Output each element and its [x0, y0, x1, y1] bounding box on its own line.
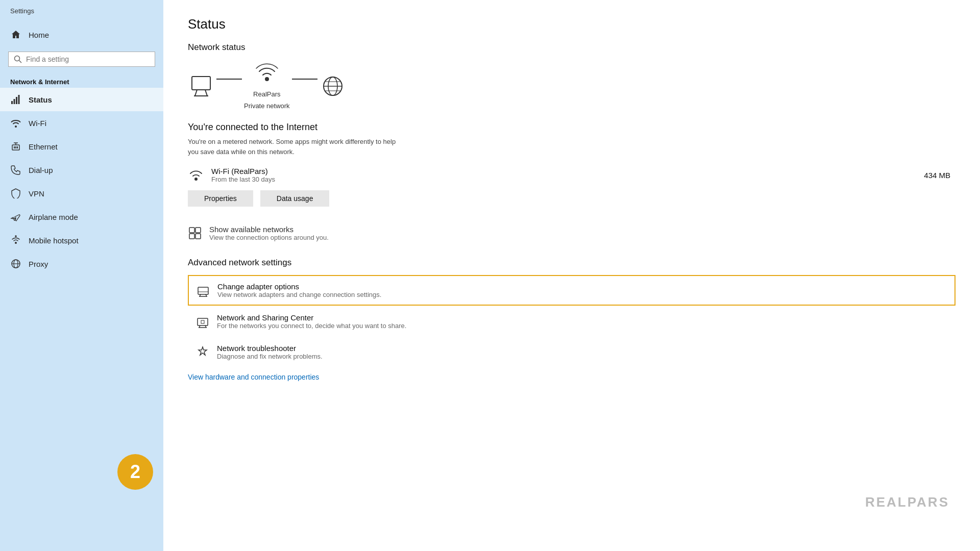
search-box[interactable] — [8, 52, 155, 67]
svg-rect-3 — [14, 99, 15, 104]
hardware-properties-link[interactable]: View hardware and connection properties — [188, 373, 319, 381]
globe-icon — [320, 74, 346, 98]
svg-rect-31 — [198, 287, 208, 294]
watermark: REALPARS — [865, 494, 949, 510]
troubleshooter-icon — [195, 345, 210, 359]
home-icon — [10, 29, 21, 40]
change-adapter-item[interactable]: Change adapter options View network adap… — [188, 275, 955, 306]
svg-line-1 — [19, 61, 22, 63]
globe-icon-item — [320, 74, 346, 98]
sharing-center-item[interactable]: Network and Sharing Center For the netwo… — [188, 307, 955, 336]
change-adapter-text: Change adapter options View network adap… — [217, 282, 947, 298]
diagram-line-1 — [216, 79, 242, 80]
svg-rect-4 — [16, 97, 17, 104]
sidebar-item-ethernet[interactable]: Ethernet — [0, 135, 163, 158]
sharing-center-title: Network and Sharing Center — [217, 313, 948, 322]
ethernet-icon — [10, 141, 21, 152]
svg-rect-28 — [195, 228, 201, 233]
show-networks-item[interactable]: Show available networks View the connect… — [188, 221, 955, 245]
svg-point-12 — [15, 242, 17, 244]
adapter-icon — [196, 283, 210, 297]
properties-button[interactable]: Properties — [188, 190, 253, 207]
svg-point-0 — [15, 56, 20, 61]
wifi-icon — [10, 117, 21, 129]
sidebar-item-wifi[interactable]: Wi-Fi — [0, 111, 163, 135]
sharing-center-sub: For the networks you connect to, decide … — [217, 322, 948, 330]
svg-rect-2 — [11, 101, 13, 104]
home-label: Home — [29, 31, 49, 39]
svg-rect-5 — [18, 95, 20, 104]
airplane-icon — [10, 211, 21, 222]
show-networks-sub: View the connection options around you. — [209, 234, 329, 241]
phone-icon — [10, 164, 21, 176]
troubleshooter-item[interactable]: Network troubleshooter Diagnose and fix … — [188, 337, 955, 367]
svg-rect-30 — [195, 234, 201, 239]
computer-icon — [188, 74, 214, 98]
svg-rect-11 — [17, 146, 18, 148]
wifi-name: Wi-Fi (RealPars) — [211, 167, 917, 176]
sidebar-item-proxy[interactable]: Proxy — [0, 252, 163, 276]
svg-rect-18 — [192, 77, 210, 90]
troubleshooter-sub: Diagnose and fix network problems. — [217, 353, 948, 360]
wifi-row-icon — [188, 168, 204, 182]
sidebar-item-label-wifi: Wi-Fi — [29, 119, 46, 128]
main-content: Status Network status RealPars Private n… — [163, 0, 980, 551]
networks-icon — [188, 226, 202, 240]
action-buttons: Properties Data usage — [188, 190, 955, 207]
network-type: Private network — [244, 102, 290, 110]
show-networks-title: Show available networks — [209, 225, 329, 234]
sharing-icon — [195, 314, 210, 329]
search-input[interactable] — [26, 55, 150, 63]
network-status-title: Network status — [188, 42, 955, 53]
home-nav-item[interactable]: Home — [0, 22, 163, 47]
svg-line-20 — [205, 90, 207, 96]
sidebar-item-vpn[interactable]: VPN — [0, 182, 163, 205]
svg-rect-29 — [189, 234, 194, 239]
svg-point-26 — [194, 178, 198, 181]
metered-text: You're on a metered network. Some apps m… — [188, 137, 407, 157]
svg-rect-27 — [189, 228, 194, 233]
advanced-title: Advanced network settings — [188, 258, 955, 268]
sidebar-item-label-dialup: Dial-up — [29, 166, 53, 174]
data-usage-button[interactable]: Data usage — [260, 190, 330, 207]
sidebar-item-label-vpn: VPN — [29, 189, 44, 198]
proxy-icon — [10, 258, 21, 269]
troubleshooter-title: Network troubleshooter — [217, 344, 948, 353]
svg-point-22 — [265, 77, 269, 81]
sharing-center-text: Network and Sharing Center For the netwo… — [217, 313, 948, 330]
app-title: Settings — [0, 0, 163, 22]
section-heading: Network & Internet — [0, 73, 163, 88]
status-icon — [10, 94, 21, 105]
network-name: RealPars — [253, 90, 280, 98]
sidebar-item-dialup[interactable]: Dial-up — [0, 158, 163, 182]
sidebar-item-status[interactable]: Status — [0, 88, 163, 111]
change-adapter-title: Change adapter options — [217, 282, 947, 291]
search-icon — [14, 55, 22, 63]
svg-rect-40 — [201, 320, 204, 323]
router-icon-item: RealPars Private network — [244, 63, 290, 110]
sidebar-item-label-hotspot: Mobile hotspot — [29, 236, 79, 245]
computer-icon-item — [188, 74, 214, 98]
hotspot-icon — [10, 235, 21, 246]
page-title: Status — [188, 16, 955, 32]
svg-rect-36 — [198, 318, 208, 325]
router-icon — [254, 63, 280, 86]
wifi-usage: 434 MB — [924, 171, 950, 180]
connected-text: You're connected to the Internet — [188, 122, 955, 133]
troubleshooter-text: Network troubleshooter Diagnose and fix … — [217, 344, 948, 360]
sidebar-item-hotspot[interactable]: Mobile hotspot — [0, 229, 163, 252]
show-networks-text: Show available networks View the connect… — [209, 225, 329, 241]
sidebar-item-label-proxy: Proxy — [29, 260, 48, 268]
sidebar-item-label-airplane: Airplane mode — [29, 213, 78, 221]
wifi-data-row: Wi-Fi (RealPars) From the last 30 days 4… — [188, 167, 955, 183]
wifi-row-info: Wi-Fi (RealPars) From the last 30 days — [211, 167, 917, 183]
svg-rect-10 — [15, 146, 16, 148]
sidebar-item-label-ethernet: Ethernet — [29, 142, 58, 151]
wifi-sub: From the last 30 days — [211, 176, 917, 183]
change-adapter-sub: View network adapters and change connect… — [217, 291, 947, 298]
sidebar-item-airplane[interactable]: Airplane mode — [0, 205, 163, 229]
diagram-line-2 — [292, 79, 317, 80]
step-badge: 2 — [117, 454, 153, 490]
vpn-icon — [10, 188, 21, 199]
sidebar-item-label-status: Status — [29, 95, 52, 104]
